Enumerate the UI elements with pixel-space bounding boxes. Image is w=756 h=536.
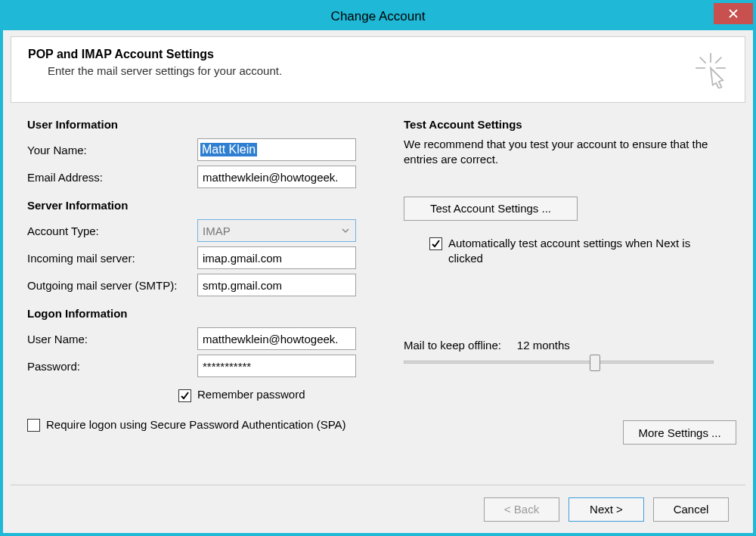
- remember-password-label: Remember password: [197, 388, 305, 401]
- mail-offline-row: Mail to keep offline: 12 months: [404, 339, 736, 352]
- email-row: Email Address:: [27, 164, 375, 190]
- your-name-field[interactable]: Matt Klein: [197, 138, 356, 161]
- incoming-server-field[interactable]: [197, 246, 356, 269]
- your-name-label: Your Name:: [27, 144, 197, 156]
- logon-info-heading: Logon Information: [27, 307, 375, 320]
- account-type-row: Account Type: IMAP: [27, 218, 375, 243]
- username-row: User Name:: [27, 326, 375, 352]
- username-label: User Name:: [27, 333, 197, 345]
- incoming-row: Incoming mail server:: [27, 245, 375, 271]
- check-icon: [180, 391, 190, 401]
- auto-test-row: Automatically test account settings when…: [429, 236, 724, 267]
- svg-line-3: [700, 57, 706, 64]
- account-type-select[interactable]: IMAP: [197, 219, 356, 242]
- right-column: Test Account Settings We recommend that …: [404, 118, 736, 364]
- more-settings-label: More Settings ...: [638, 426, 720, 439]
- mail-offline-slider[interactable]: [404, 361, 714, 364]
- back-button[interactable]: < Back: [484, 497, 559, 522]
- auto-test-checkbox[interactable]: [429, 237, 442, 250]
- body-panel: User Information Your Name: Matt Klein E…: [11, 103, 745, 533]
- test-account-settings-button[interactable]: Test Account Settings ...: [404, 197, 578, 221]
- outgoing-server-field[interactable]: [197, 274, 356, 296]
- cancel-label: Cancel: [674, 503, 709, 516]
- footer: < Back Next > Cancel: [11, 485, 745, 533]
- mail-offline-value: 12 months: [517, 339, 570, 352]
- next-button[interactable]: Next >: [569, 497, 644, 522]
- user-info-heading: User Information: [27, 118, 375, 131]
- window-title: Change Account: [331, 9, 426, 24]
- close-icon: [729, 9, 738, 18]
- change-account-window: Change Account POP and IMAP Account Sett…: [0, 0, 756, 536]
- your-name-value: Matt Klein: [200, 143, 257, 156]
- incoming-label: Incoming mail server:: [27, 252, 197, 265]
- outgoing-label: Outgoing mail server (SMTP):: [27, 279, 197, 292]
- remember-password-checkbox[interactable]: [178, 389, 191, 402]
- password-label: Password:: [27, 360, 197, 373]
- header-text: POP and IMAP Account Settings Enter the …: [28, 48, 282, 77]
- test-settings-desc: We recommend that you test your account …: [404, 137, 736, 168]
- outgoing-row: Outgoing mail server (SMTP):: [27, 272, 375, 298]
- next-label: Next >: [590, 503, 623, 516]
- header-title: POP and IMAP Account Settings: [28, 48, 282, 61]
- account-type-label: Account Type:: [27, 225, 197, 237]
- email-label: Email Address:: [27, 171, 197, 184]
- your-name-row: Your Name: Matt Klein: [27, 137, 375, 163]
- password-field[interactable]: [197, 355, 356, 377]
- username-field[interactable]: [197, 327, 356, 350]
- server-info-heading: Server Information: [27, 199, 375, 212]
- back-label: < Back: [504, 503, 539, 516]
- mail-offline-label: Mail to keep offline:: [404, 339, 501, 352]
- left-column: User Information Your Name: Matt Klein E…: [27, 118, 375, 432]
- header-subtitle: Enter the mail server settings for your …: [48, 64, 282, 77]
- spa-checkbox[interactable]: [27, 419, 40, 432]
- close-button[interactable]: [714, 3, 753, 24]
- svg-line-4: [715, 57, 721, 64]
- test-settings-heading: Test Account Settings: [404, 118, 736, 131]
- header-panel: POP and IMAP Account Settings Enter the …: [11, 36, 745, 103]
- cancel-button[interactable]: Cancel: [653, 497, 729, 522]
- remember-password-row: Remember password: [178, 388, 375, 402]
- chevron-down-icon: [339, 224, 352, 237]
- more-settings-button[interactable]: More Settings ...: [623, 420, 736, 445]
- spa-label: Require logon using Secure Password Auth…: [46, 417, 346, 432]
- titlebar: Change Account: [3, 3, 753, 30]
- cursor-icon: [690, 48, 731, 91]
- email-field[interactable]: [197, 166, 356, 188]
- check-icon: [431, 239, 441, 249]
- spa-row: Require logon using Secure Password Auth…: [27, 417, 360, 432]
- slider-thumb[interactable]: [590, 355, 600, 371]
- test-button-label: Test Account Settings ...: [430, 202, 551, 215]
- auto-test-label: Automatically test account settings when…: [448, 236, 724, 267]
- password-row: Password:: [27, 353, 375, 379]
- account-type-value: IMAP: [203, 225, 231, 237]
